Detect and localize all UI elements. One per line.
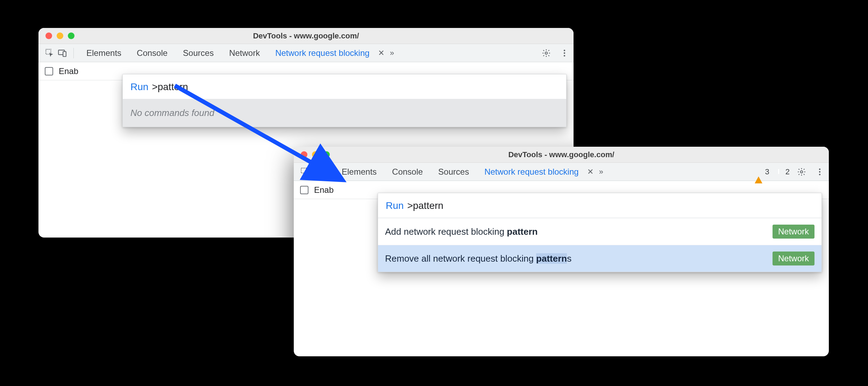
run-label: Run [130, 81, 148, 93]
warnings-count: 3 [765, 167, 769, 176]
window-title: DevTools - www.google.com/ [38, 31, 574, 41]
gear-icon[interactable] [795, 166, 808, 178]
command-palette-input[interactable]: Run >pattern [378, 193, 821, 218]
more-tabs-icon[interactable]: » [596, 167, 607, 176]
warning-icon [755, 168, 763, 176]
titlebar[interactable]: DevTools - www.google.com/ [38, 28, 574, 44]
tab-console[interactable]: Console [384, 163, 431, 181]
more-tabs-icon[interactable]: » [386, 49, 398, 58]
close-tab-icon[interactable]: ✕ [377, 49, 386, 58]
inspect-element-icon[interactable] [43, 47, 56, 59]
close-window-button[interactable] [45, 32, 52, 39]
device-toolbar-icon[interactable] [311, 166, 324, 178]
gear-icon[interactable] [540, 47, 553, 59]
command-palette-input[interactable]: Run >pattern [123, 74, 566, 99]
titlebar[interactable]: DevTools - www.google.com/ [294, 147, 829, 163]
tab-console[interactable]: Console [129, 44, 175, 62]
command-query: >pattern [407, 200, 443, 211]
svg-point-3 [545, 52, 548, 54]
devtools-toolbar: Elements Console Sources Network Network… [38, 44, 574, 62]
zoom-window-button[interactable] [323, 151, 330, 158]
kebab-menu-icon[interactable] [558, 47, 571, 59]
window-controls [38, 32, 74, 39]
devtools-toolbar: Elements Console Sources Network request… [294, 163, 829, 181]
svg-point-10 [801, 170, 803, 173]
command-item-label: Add network request blocking pattern [385, 226, 538, 237]
svg-point-11 [819, 168, 820, 170]
enable-blocking-checkbox[interactable] [300, 186, 308, 194]
tab-elements[interactable]: Elements [79, 44, 129, 62]
command-item-remove-all-patterns[interactable]: Remove all network request blocking patt… [378, 245, 821, 272]
tab-network[interactable]: Network [221, 44, 268, 62]
minimize-window-button[interactable] [312, 151, 319, 158]
tab-elements[interactable]: Elements [334, 163, 384, 181]
svg-point-12 [819, 171, 820, 172]
no-commands-message: No commands found [123, 99, 566, 127]
close-tab-icon[interactable]: ✕ [586, 167, 596, 176]
tab-network-request-blocking[interactable]: Network request blocking [268, 44, 377, 62]
tab-network-request-blocking[interactable]: Network request blocking [477, 163, 586, 181]
command-query: >pattern [152, 81, 188, 93]
command-palette: Run >pattern Add network request blockin… [378, 193, 822, 272]
svg-point-6 [564, 55, 565, 56]
devtools-window-after: DevTools - www.google.com/ Elements Cons… [294, 147, 829, 356]
issues-count: 2 [785, 167, 790, 176]
tab-sources[interactable]: Sources [431, 163, 477, 181]
zoom-window-button[interactable] [68, 32, 74, 39]
window-title: DevTools - www.google.com/ [294, 150, 829, 159]
issues-icon [775, 168, 783, 176]
window-controls [294, 151, 330, 158]
issues-badge[interactable]: 2 [775, 167, 790, 176]
enable-blocking-label: Enab [59, 66, 78, 76]
tab-sources[interactable]: Sources [175, 44, 221, 62]
enable-blocking-checkbox[interactable] [45, 67, 53, 75]
device-toolbar-icon[interactable] [56, 47, 69, 59]
svg-rect-9 [318, 170, 321, 175]
svg-point-4 [564, 50, 565, 51]
command-palette: Run >pattern No commands found [122, 74, 567, 127]
command-category-pill: Network [773, 252, 814, 265]
svg-rect-2 [63, 51, 66, 56]
run-label: Run [386, 200, 404, 211]
svg-point-5 [564, 52, 565, 53]
inspect-element-icon[interactable] [299, 166, 311, 178]
svg-point-13 [819, 174, 820, 175]
command-item-add-pattern[interactable]: Add network request blocking pattern Net… [378, 218, 821, 245]
command-category-pill: Network [773, 225, 814, 239]
close-window-button[interactable] [301, 151, 307, 158]
kebab-menu-icon[interactable] [813, 166, 826, 178]
command-item-label: Remove all network request blocking patt… [385, 253, 571, 264]
minimize-window-button[interactable] [57, 32, 63, 39]
enable-blocking-label: Enab [314, 185, 334, 195]
warnings-badge[interactable]: 3 [755, 167, 769, 176]
